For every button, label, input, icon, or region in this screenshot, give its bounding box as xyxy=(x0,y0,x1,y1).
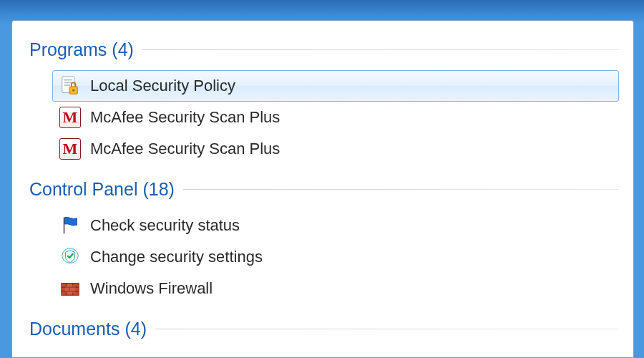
programs-list: Local Security Policy M McAfee Security … xyxy=(29,70,619,165)
control-panel-list: Check security status Change security se… xyxy=(29,210,619,304)
mcafee-icon: M xyxy=(59,137,82,160)
section-count: (4) xyxy=(125,319,147,339)
section-title: Control Panel xyxy=(29,179,137,200)
result-label: McAfee Security Scan Plus xyxy=(90,108,280,127)
divider xyxy=(142,49,619,50)
svg-point-17 xyxy=(65,284,76,294)
section-title: Documents xyxy=(29,319,119,339)
result-item-mcafee-1[interactable]: M McAfee Security Scan Plus xyxy=(52,102,619,133)
section-count: (4) xyxy=(112,39,134,60)
result-item-mcafee-2[interactable]: M McAfee Security Scan Plus xyxy=(52,133,619,165)
result-label: McAfee Security Scan Plus xyxy=(90,140,280,158)
result-label: Change security settings xyxy=(90,248,263,266)
svg-rect-1 xyxy=(64,79,72,81)
divider xyxy=(155,329,619,329)
section-header-programs: Programs (4) xyxy=(29,39,619,60)
result-item-change-security-settings[interactable]: Change security settings xyxy=(52,241,619,273)
firewall-icon xyxy=(59,277,82,300)
result-label: Local Security Policy xyxy=(90,77,235,95)
result-label: Check security status xyxy=(90,216,240,235)
mcafee-icon: M xyxy=(59,106,82,129)
result-label: Windows Firewall xyxy=(90,279,213,298)
flag-icon xyxy=(59,214,82,237)
result-item-windows-firewall[interactable]: Windows Firewall xyxy=(52,273,619,304)
section-header-control-panel: Control Panel (18) xyxy=(29,179,619,200)
section-count: (18) xyxy=(142,179,174,200)
result-item-local-security-policy[interactable]: Local Security Policy xyxy=(52,70,619,102)
result-item-check-security-status[interactable]: Check security status xyxy=(52,210,619,241)
section-header-documents: Documents (4) xyxy=(29,319,619,339)
local-security-policy-icon xyxy=(59,74,82,97)
section-title: Programs xyxy=(29,39,107,60)
divider xyxy=(183,189,619,190)
svg-rect-3 xyxy=(64,84,70,86)
shield-check-icon xyxy=(59,246,82,268)
svg-rect-2 xyxy=(64,82,72,83)
search-results-panel: Programs (4) Local Security Policy xyxy=(11,20,634,358)
svg-point-5 xyxy=(72,90,74,92)
